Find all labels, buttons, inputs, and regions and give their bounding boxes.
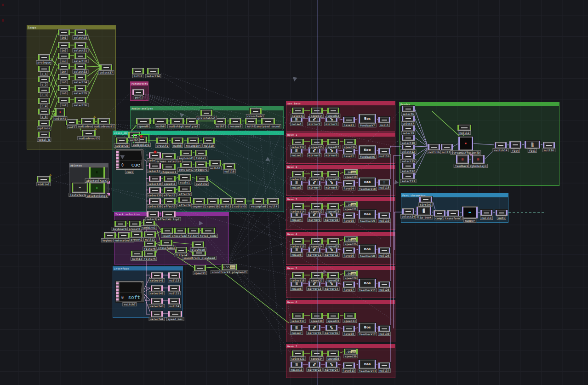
output-connector[interactable] bbox=[375, 210, 376, 218]
node-feedback8[interactable]: Bosfeedback8 bbox=[359, 245, 376, 254]
input-connector[interactable] bbox=[344, 202, 345, 207]
output-connector[interactable] bbox=[338, 273, 339, 278]
node-speed33[interactable]: speed33 bbox=[344, 313, 356, 319]
input-connector[interactable] bbox=[343, 117, 344, 122]
input-connector[interactable] bbox=[402, 209, 404, 214]
output-connector[interactable] bbox=[161, 273, 163, 278]
node-null1[interactable]: null1 bbox=[378, 117, 390, 123]
input-connector[interactable] bbox=[151, 286, 152, 291]
node-circle1[interactable]: circle1 bbox=[419, 196, 432, 202]
output-connector[interactable] bbox=[356, 202, 358, 207]
output-connector[interactable] bbox=[143, 69, 144, 74]
input-connector[interactable] bbox=[149, 188, 150, 193]
node-select24[interactable]: select24 bbox=[402, 208, 414, 214]
panel-display[interactable]: 0soft bbox=[120, 282, 142, 301]
group-title-part-chromakey[interactable]: Part_chromakey bbox=[401, 194, 508, 197]
output-connector[interactable] bbox=[181, 311, 182, 316]
output-connector[interactable] bbox=[389, 149, 390, 154]
output-connector[interactable] bbox=[166, 119, 168, 124]
input-connector[interactable] bbox=[74, 64, 76, 69]
node-speed_max[interactable]: speed_max bbox=[168, 311, 182, 317]
node-null12[interactable]: null12 bbox=[457, 125, 471, 131]
input-connector[interactable] bbox=[343, 282, 344, 287]
node-select15[interactable]: select15 bbox=[292, 238, 304, 244]
output-connector[interactable] bbox=[321, 108, 323, 113]
output-connector[interactable] bbox=[143, 90, 144, 95]
node-c_4[interactable]: c_4 bbox=[38, 98, 50, 104]
input-connector[interactable] bbox=[344, 237, 345, 241]
input-connector[interactable] bbox=[327, 139, 329, 144]
input-connector[interactable] bbox=[58, 86, 59, 91]
node-flip_book[interactable]: ▓flip_book bbox=[417, 207, 431, 215]
input-connector[interactable] bbox=[171, 138, 173, 143]
node-chopexec1[interactable]: chopexec1 bbox=[162, 164, 176, 170]
input-connector[interactable] bbox=[156, 138, 158, 143]
node-null11[interactable]: null11 bbox=[441, 144, 453, 150]
output-connector[interactable] bbox=[338, 313, 339, 318]
output-connector[interactable] bbox=[85, 64, 86, 69]
input-connector[interactable] bbox=[327, 108, 329, 113]
node-null18[interactable]: ∷null18 bbox=[378, 179, 390, 185]
output-connector[interactable] bbox=[375, 360, 376, 368]
input-connector[interactable] bbox=[128, 132, 130, 138]
output-connector[interactable] bbox=[167, 138, 168, 143]
input-connector[interactable] bbox=[327, 204, 329, 209]
node-prologue[interactable]: prologue bbox=[38, 54, 50, 60]
node-null13[interactable]: null13 bbox=[480, 210, 492, 216]
node-select6[interactable]: select6 bbox=[402, 106, 415, 112]
group-title-wave-row-4[interactable]: Wave 3 bbox=[286, 197, 395, 201]
node-select35[interactable]: select35 bbox=[74, 85, 86, 91]
output-connector[interactable] bbox=[109, 119, 110, 124]
output-connector[interactable] bbox=[303, 313, 304, 318]
output-connector[interactable] bbox=[69, 75, 70, 80]
node-feedback12[interactable]: Bosfeedback12 bbox=[359, 323, 376, 332]
output-connector[interactable] bbox=[174, 164, 176, 169]
input-connector[interactable] bbox=[378, 326, 380, 331]
input-connector[interactable] bbox=[58, 53, 59, 58]
input-connector[interactable] bbox=[209, 161, 211, 166]
output-connector[interactable] bbox=[174, 212, 176, 217]
node-effect3[interactable]: effect3 bbox=[164, 198, 176, 204]
node-select10[interactable]: select10 bbox=[402, 135, 415, 141]
output-connector[interactable] bbox=[49, 132, 50, 137]
output-connector[interactable] bbox=[236, 264, 237, 270]
output-connector[interactable] bbox=[354, 282, 355, 287]
output-connector[interactable] bbox=[389, 363, 390, 368]
node-switch14[interactable]: switch14 bbox=[495, 142, 507, 148]
output-connector[interactable] bbox=[49, 77, 50, 82]
output-connector[interactable] bbox=[234, 164, 235, 169]
node-preset2[interactable]: preset2 bbox=[131, 231, 143, 237]
output-connector[interactable] bbox=[49, 87, 50, 92]
node-total_mode[interactable]: total_mode bbox=[201, 228, 215, 234]
input-connector[interactable] bbox=[359, 279, 360, 287]
input-connector[interactable] bbox=[402, 116, 403, 121]
output-connector[interactable] bbox=[338, 139, 339, 144]
output-connector[interactable] bbox=[520, 142, 521, 148]
output-connector[interactable] bbox=[185, 228, 186, 233]
node-null16[interactable]: null16 bbox=[223, 163, 235, 169]
node-feedback6[interactable]: Koofeedback6 bbox=[359, 145, 376, 155]
node-filter4[interactable]: filter4 bbox=[175, 247, 187, 253]
output-connector[interactable] bbox=[154, 241, 156, 246]
input-connector[interactable] bbox=[195, 150, 196, 155]
output-connector[interactable] bbox=[49, 66, 50, 71]
output-connector[interactable] bbox=[444, 211, 445, 216]
input-connector[interactable] bbox=[180, 150, 182, 155]
output-connector[interactable] bbox=[321, 351, 323, 356]
node-select14[interactable]: select14 bbox=[147, 68, 159, 74]
node-select15[interactable]: select15 bbox=[402, 153, 415, 159]
input-connector[interactable] bbox=[55, 109, 57, 116]
output-connector[interactable] bbox=[354, 149, 355, 154]
node-math8[interactable]: math8 bbox=[171, 138, 183, 144]
node-select15[interactable]: select15 bbox=[74, 29, 86, 35]
input-connector[interactable] bbox=[153, 119, 154, 124]
group-title-wave-row-8[interactable]: Wave 7 bbox=[286, 345, 395, 348]
output-connector[interactable] bbox=[171, 240, 172, 245]
output-connector[interactable] bbox=[160, 176, 161, 181]
input-connector[interactable] bbox=[74, 53, 76, 58]
node-resample6[interactable]: resample6 bbox=[252, 198, 264, 204]
node-speed29[interactable]: 0.90anaspeed29 bbox=[344, 270, 358, 276]
input-connector[interactable] bbox=[311, 273, 312, 278]
input-connector[interactable] bbox=[38, 109, 40, 114]
input-connector[interactable] bbox=[132, 69, 133, 74]
